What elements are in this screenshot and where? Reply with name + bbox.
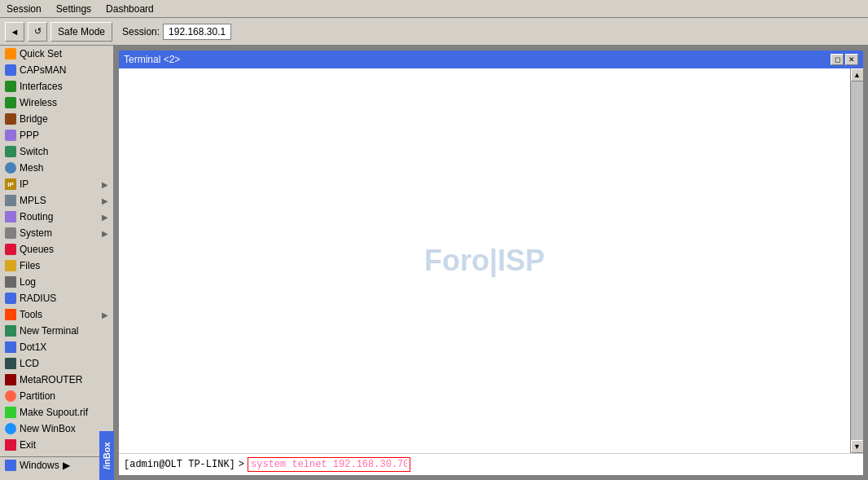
sidebar-label-system: System — [20, 227, 99, 239]
sidebar-label-metarouter: MetaROUTER — [20, 374, 108, 385]
terminal-scrollbar: ▲ ▼ — [850, 68, 863, 453]
scrollbar-track[interactable] — [851, 81, 863, 440]
watermark-foro-text: Foro — [424, 244, 489, 278]
sidebar-item-log[interactable]: Log — [0, 274, 113, 290]
sidebar-label-capsman: CAPsMAN — [20, 64, 108, 76]
sidebar-label-new-winbox: New WinBox — [20, 423, 108, 434]
sidebar-item-dot1x[interactable]: Dot1X — [0, 339, 113, 355]
terminal-input-area: [admin@OLT TP-LINK] > — [119, 453, 863, 475]
sidebar-item-routing[interactable]: Routing ▶ — [0, 209, 113, 225]
mpls-icon — [5, 195, 16, 206]
sidebar-label-mpls: MPLS — [20, 195, 99, 206]
menu-session[interactable]: Session — [3, 2, 45, 15]
watermark-dot: | — [489, 244, 498, 278]
watermark-isp-text: ISP — [498, 244, 545, 278]
sidebar-label-interfaces: Interfaces — [20, 81, 108, 92]
sidebar-label-log: Log — [20, 276, 108, 288]
tools-icon — [5, 309, 16, 320]
sidebar-item-tools[interactable]: Tools ▶ — [0, 306, 113, 323]
sidebar-item-new-terminal[interactable]: New Terminal — [0, 323, 113, 339]
terminal-command-input[interactable] — [248, 457, 410, 472]
sidebar-item-ppp[interactable]: PPP — [0, 127, 113, 143]
metarouter-icon — [5, 374, 16, 385]
bridge-icon — [5, 113, 16, 125]
terminal-window: Terminal <2> ◻ ✕ Foro|ISP ▲ ▼ — [117, 49, 865, 477]
sidebar-label-new-terminal: New Terminal — [20, 325, 108, 337]
sidebar-label-partition: Partition — [20, 390, 108, 402]
system-icon — [5, 227, 16, 239]
sidebar-label-ppp: PPP — [20, 130, 108, 141]
ip-icon: IP — [5, 178, 16, 190]
sidebar-label-dot1x: Dot1X — [20, 341, 108, 353]
menu-settings[interactable]: Settings — [53, 2, 94, 15]
winbox-label: /inBox — [99, 431, 114, 480]
sidebar-item-wireless[interactable]: Wireless — [0, 95, 113, 111]
sidebar-item-files[interactable]: Files — [0, 258, 113, 274]
new-terminal-icon — [5, 325, 16, 337]
partition-icon — [5, 390, 16, 402]
sidebar: Quick Set CAPsMAN Interfaces Wireless Br… — [0, 46, 114, 480]
sidebar-item-switch[interactable]: Switch — [0, 143, 113, 160]
sidebar-item-capsman[interactable]: CAPsMAN — [0, 62, 113, 78]
interfaces-icon — [5, 81, 16, 92]
sidebar-item-make-supout[interactable]: Make Supout.rif — [0, 404, 113, 421]
toolbar: ◄ ↺ Safe Mode Session: 192.168.30.1 — [0, 18, 868, 46]
sidebar-item-windows[interactable]: Windows ▶ — [0, 456, 113, 473]
switch-icon — [5, 146, 16, 157]
windows-arrow-icon: ▶ — [63, 460, 70, 471]
capsman-icon — [5, 64, 16, 76]
quick-set-icon — [5, 48, 16, 59]
sidebar-label-bridge: Bridge — [20, 113, 108, 125]
terminal-body[interactable]: Foro|ISP — [119, 68, 850, 453]
sidebar-label-tools: Tools — [20, 309, 99, 320]
menu-dashboard[interactable]: Dashboard — [103, 2, 157, 15]
radius-icon — [5, 293, 16, 304]
sidebar-label-mesh: Mesh — [20, 162, 108, 174]
sidebar-item-partition[interactable]: Partition — [0, 388, 113, 404]
back-button[interactable]: ◄ — [5, 22, 24, 42]
terminal-controls: ◻ ✕ — [831, 54, 858, 65]
routing-arrow-icon: ▶ — [102, 213, 108, 222]
sidebar-item-mpls[interactable]: MPLS ▶ — [0, 192, 113, 209]
ppp-icon — [5, 130, 16, 141]
windows-icon — [5, 460, 16, 471]
terminal-content-row: Foro|ISP ▲ ▼ — [119, 68, 863, 453]
sidebar-item-mesh[interactable]: Mesh — [0, 160, 113, 176]
sidebar-label-routing: Routing — [20, 211, 99, 222]
sidebar-item-lcd[interactable]: LCD — [0, 355, 113, 372]
sidebar-label-ip: IP — [20, 178, 99, 190]
terminal-watermark: Foro|ISP — [424, 244, 545, 278]
sidebar-label-windows: Windows — [20, 460, 59, 471]
terminal-title: Terminal <2> — [124, 54, 180, 65]
sidebar-item-queues[interactable]: Queues — [0, 241, 113, 258]
sidebar-item-new-winbox[interactable]: New WinBox — [0, 421, 113, 437]
refresh-button[interactable]: ↺ — [28, 22, 47, 42]
menu-bar: Session Settings Dashboard — [0, 0, 868, 18]
terminal-prompt: [admin@OLT TP-LINK] — [124, 459, 235, 470]
scrollbar-down-button[interactable]: ▼ — [851, 440, 864, 453]
sidebar-item-system[interactable]: System ▶ — [0, 225, 113, 241]
terminal-close-button[interactable]: ✕ — [845, 54, 858, 65]
sidebar-label-exit: Exit — [20, 439, 108, 451]
sidebar-label-radius: RADIUS — [20, 293, 108, 304]
sidebar-label-switch: Switch — [20, 146, 108, 157]
sidebar-item-bridge[interactable]: Bridge — [0, 111, 113, 127]
make-supout-icon — [5, 407, 16, 418]
sidebar-item-interfaces[interactable]: Interfaces — [0, 78, 113, 95]
log-icon — [5, 276, 16, 288]
wireless-icon — [5, 97, 16, 108]
sidebar-item-exit[interactable]: Exit — [0, 437, 113, 453]
sidebar-item-radius[interactable]: RADIUS — [0, 290, 113, 306]
terminal-restore-button[interactable]: ◻ — [831, 54, 844, 65]
scrollbar-up-button[interactable]: ▲ — [851, 68, 864, 81]
sidebar-item-metarouter[interactable]: MetaROUTER — [0, 372, 113, 388]
sidebar-item-ip[interactable]: IP IP ▶ — [0, 176, 113, 192]
queues-icon — [5, 244, 16, 255]
main-layout: Quick Set CAPsMAN Interfaces Wireless Br… — [0, 46, 868, 480]
routing-icon — [5, 211, 16, 222]
sidebar-label-make-supout: Make Supout.rif — [20, 407, 108, 418]
sidebar-label-wireless: Wireless — [20, 97, 108, 108]
safe-mode-button[interactable]: Safe Mode — [50, 22, 112, 42]
sidebar-item-quick-set[interactable]: Quick Set — [0, 46, 113, 62]
new-winbox-icon — [5, 423, 16, 434]
